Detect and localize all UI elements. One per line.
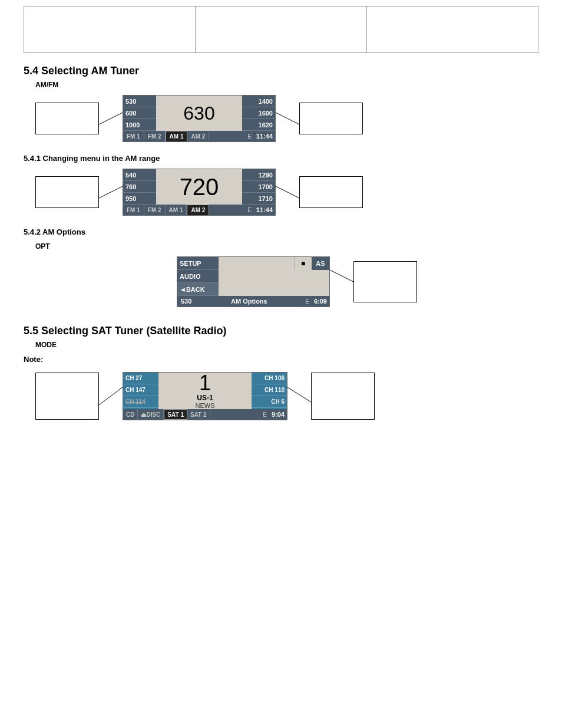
mode-label: MODE — [35, 341, 538, 349]
radio-left-item-2-3: 950 — [123, 193, 156, 205]
radio-left-item-1: 530 — [123, 95, 156, 107]
section-5-5-heading: 5.5 Selecting SAT Tuner (Satellite Radio… — [24, 325, 538, 337]
radio-main-area-2: 540 760 950 720 1290 1700 1710 — [123, 169, 275, 205]
opt-as-label: AS — [312, 257, 329, 270]
radio-left-col-1: 530 600 1000 — [123, 95, 156, 131]
sat-channel-num: 1 — [199, 373, 211, 394]
status-tab-2-am2[interactable]: AM 2 — [187, 205, 209, 215]
sat-screen: CH 27 CH 147 CH 114 1 US-1 NEWS CH 106 C… — [123, 372, 287, 420]
opt-status-time: 6:09 — [312, 298, 329, 305]
top-table-cell-1 — [24, 6, 196, 52]
sat-center: 1 US-1 NEWS — [158, 373, 252, 409]
opt-square-icon: ■ — [294, 257, 312, 270]
radio-right-col-1: 1400 1600 1620 — [242, 95, 275, 131]
sat-right-item-1: CH 106 — [252, 373, 287, 384]
radio-screen-2: 540 760 950 720 1290 1700 1710 FM 1 FM 2… — [123, 169, 276, 216]
sat-right-col: CH 106 CH 110 CH 6 — [252, 373, 287, 409]
svg-line-3 — [276, 186, 299, 198]
back-button[interactable]: ◄BACK — [177, 283, 219, 296]
sat-tab-sat2[interactable]: SAT 2 — [187, 409, 210, 420]
sat-tab-disc[interactable]: ⏏DISC — [138, 409, 164, 420]
radio-left-item-2-2: 760 — [123, 181, 156, 193]
svg-line-1 — [276, 113, 299, 124]
status-tab-am1[interactable]: AM 1 — [166, 131, 188, 141]
sat-callout-right — [311, 373, 375, 420]
radio-left-item-3: 1000 — [123, 119, 156, 131]
status-time-1: 11:44 — [254, 133, 275, 140]
am-tuner-diagram-1: 530 600 1000 630 1400 1600 1620 FM 1 FM … — [35, 95, 538, 142]
opt-diagram-container: SETUP ■ AS AUDIO ◄BACK 530 AM Options — [177, 256, 538, 307]
sat-left-item-3: CH 114 — [123, 396, 158, 408]
sat-right-item-2: CH 110 — [252, 384, 287, 396]
svg-line-4 — [330, 270, 353, 282]
callout-left-1 — [35, 103, 99, 134]
status-tab-am2[interactable]: AM 2 — [187, 131, 209, 141]
radio-right-item-2-1: 1290 — [242, 169, 275, 181]
section-5-5-container: 5.5 Selecting SAT Tuner (Satellite Radio… — [24, 325, 538, 364]
status-tab-fm2[interactable]: FM 2 — [144, 131, 166, 141]
sat-callout-left — [35, 373, 99, 420]
radio-center-2: 720 — [156, 169, 242, 205]
radio-status-bar-2: FM 1 FM 2 AM 1 AM 2 E 11:44 — [123, 205, 275, 215]
radio-status-bar-1: FM 1 FM 2 AM 1 AM 2 E 11:44 — [123, 131, 275, 141]
sat-channel-genre: NEWS — [196, 402, 215, 409]
radio-right-col-2: 1290 1700 1710 — [242, 169, 275, 205]
svg-line-6 — [287, 387, 311, 402]
connector-svg-1 — [99, 101, 123, 136]
opt-status-freq: 530 — [177, 298, 195, 305]
status-tab-2-fm2[interactable]: FM 2 — [144, 205, 166, 215]
opt-audio-row: AUDIO — [177, 270, 329, 283]
opt-center-back — [219, 283, 294, 296]
sat-status-e: E — [260, 411, 269, 418]
top-table-cell-2 — [196, 6, 367, 52]
opt-label: OPT — [35, 242, 538, 251]
status-tab-2-fm1[interactable]: FM 1 — [123, 205, 144, 215]
opt-callout-right — [353, 261, 417, 302]
status-tab-2-am1[interactable]: AM 1 — [166, 205, 187, 215]
radio-right-item-3: 1620 — [242, 119, 275, 131]
audio-button[interactable]: AUDIO — [177, 270, 219, 283]
opt-status-label: AM Options — [195, 298, 303, 305]
sat-left-col: CH 27 CH 147 CH 114 — [123, 373, 158, 409]
opt-connector-svg — [330, 258, 353, 305]
callout-right-2 — [299, 176, 363, 208]
opt-setup-row: SETUP ■ AS — [177, 257, 329, 270]
note-label: Note: — [24, 355, 538, 364]
sat-connector-left — [99, 373, 123, 420]
radio-left-col-2: 540 760 950 — [123, 169, 156, 205]
status-e-1: E — [245, 133, 254, 140]
connector-svg-2r — [276, 174, 299, 210]
radio-right-item-2-2: 1700 — [242, 181, 275, 193]
radio-main-area-1: 530 600 1000 630 1400 1600 1620 — [123, 95, 275, 131]
section-4-4-heading: 5.4 Selecting AM Tuner — [24, 65, 538, 77]
opt-back-row: ◄BACK — [177, 283, 329, 296]
radio-right-item-2: 1600 — [242, 107, 275, 119]
svg-line-2 — [99, 186, 123, 198]
radio-center-1: 630 — [156, 95, 242, 131]
opt-status-bar: 530 AM Options E 6:09 — [177, 296, 329, 307]
radio-screen-1: 530 600 1000 630 1400 1600 1620 FM 1 FM … — [123, 95, 276, 142]
status-tab-fm1[interactable]: FM 1 — [123, 131, 144, 141]
opt-screen: SETUP ■ AS AUDIO ◄BACK 530 AM Options — [177, 256, 330, 307]
setup-button[interactable]: SETUP — [177, 257, 219, 270]
radio-left-item-2-1: 540 — [123, 169, 156, 181]
sat-channel-name: US-1 — [197, 394, 213, 402]
callout-right-1 — [299, 103, 363, 134]
status-e-2: E — [245, 207, 254, 213]
connector-svg-2 — [99, 174, 123, 210]
amfm-label: AM/FM — [35, 81, 538, 89]
sat-tab-sat1[interactable]: SAT 1 — [164, 409, 187, 420]
am-tuner-diagram-2: 540 760 950 720 1290 1700 1710 FM 1 FM 2… — [35, 169, 538, 216]
radio-left-item-2: 600 — [123, 107, 156, 119]
svg-line-0 — [99, 113, 123, 124]
callout-left-2 — [35, 176, 99, 208]
sat-right-item-3: CH 6 — [252, 396, 287, 408]
connector-svg-1r — [276, 101, 299, 136]
sat-connector-right — [287, 373, 311, 420]
top-table — [24, 6, 538, 53]
sat-diagram: CH 27 CH 147 CH 114 1 US-1 NEWS CH 106 C… — [35, 372, 538, 420]
sat-status-bar: CD ⏏DISC SAT 1 SAT 2 E 9:04 — [123, 409, 287, 420]
sat-tab-cd[interactable]: CD — [123, 409, 138, 420]
opt-status-e: E — [303, 298, 312, 305]
sat-status-time: 9:04 — [269, 411, 287, 418]
